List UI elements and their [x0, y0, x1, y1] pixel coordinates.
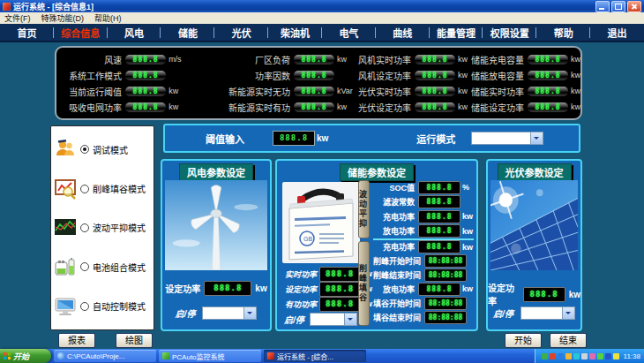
- led-input[interactable]: 888.8: [418, 224, 461, 238]
- led-display: 888.8: [294, 102, 334, 112]
- time-led-input[interactable]: 88:88:88: [424, 254, 467, 268]
- metric-label: 有功功率: [280, 299, 319, 310]
- metric-label: 储能设定功率: [471, 101, 528, 114]
- nav-help[interactable]: 帮助: [536, 26, 590, 40]
- tray-icon[interactable]: [542, 353, 548, 359]
- metric-label: 充电功率: [373, 211, 418, 223]
- menu-file[interactable]: 文件(F): [4, 12, 31, 24]
- metric-label: 风机设定功率: [358, 69, 415, 82]
- tray-icon[interactable]: [605, 353, 611, 359]
- solar-panel-image: [490, 180, 578, 270]
- start-label: 开始: [13, 351, 29, 362]
- metric-unit: kw: [455, 87, 471, 95]
- app-icon: [3, 3, 11, 11]
- mode-option-smoothing[interactable]: 波动平抑模式: [54, 216, 151, 239]
- storage-left-readouts: 实时功率888.8kw 设定功率888.8kw 有功功率888.8kw: [280, 267, 370, 312]
- wind-setpoint-input[interactable]: 888.8: [204, 281, 251, 296]
- pv-switch-select[interactable]: [520, 306, 575, 320]
- start-run-button[interactable]: 开始: [505, 333, 542, 348]
- pv-params-panel: 光伏参数设定 设定功率: [486, 159, 582, 331]
- metric-unit: kVar: [334, 87, 358, 95]
- taskbar-item-explorer[interactable]: C:\PCAuto\Proje...: [54, 350, 156, 362]
- pv-setpoint-input[interactable]: 888.8: [523, 287, 565, 302]
- storage-panel-title: 储能参数设定: [340, 163, 414, 181]
- run-mode-select[interactable]: [471, 132, 543, 145]
- battery-icon: [54, 255, 77, 278]
- mode-option-battery-combo[interactable]: 电池组合模式: [54, 255, 151, 278]
- led-input[interactable]: 888.8: [418, 195, 461, 208]
- wind-params-panel: 风电参数设定 设定功率 888.8 kw 启/停: [161, 159, 272, 331]
- metric-label: 厂区负荷: [190, 53, 294, 66]
- close-button[interactable]: [627, 1, 641, 12]
- led-display: 888.8: [125, 71, 166, 80]
- nav-diesel[interactable]: 柴油机: [268, 26, 322, 40]
- metric-label: 充电功率: [373, 241, 418, 253]
- threshold-input[interactable]: 888.8: [273, 131, 315, 146]
- tray-icon[interactable]: [550, 353, 556, 359]
- stock-chart-icon: [54, 216, 77, 239]
- taskbar-clock: 11:38: [624, 352, 640, 360]
- nav-home[interactable]: 首页: [0, 26, 54, 40]
- tray-icon[interactable]: [597, 353, 603, 359]
- radio-unselected[interactable]: [80, 223, 89, 232]
- tray-icon[interactable]: [565, 353, 572, 359]
- led-display: 888.8: [415, 87, 455, 96]
- minimize-button[interactable]: [595, 1, 610, 12]
- smoothing-section-tab: 波动平抑: [358, 180, 370, 238]
- nav-electric[interactable]: 电气: [322, 26, 376, 40]
- metric-label: 系统工作模式: [60, 69, 125, 82]
- taskbar-item-pcauto[interactable]: PCAuto监控系统: [159, 350, 261, 362]
- mode-option-peak-shaving[interactable]: 削峰填谷模式: [54, 178, 151, 200]
- radio-unselected[interactable]: [80, 302, 89, 311]
- time-led-input[interactable]: 88:88:88: [424, 311, 467, 324]
- led-input[interactable]: 888.8: [418, 240, 461, 253]
- metric-label: 填谷结束时间: [373, 312, 424, 323]
- nav-permissions[interactable]: 权限设置: [483, 26, 536, 40]
- mode-option-auto-control[interactable]: 自动控制模式: [54, 295, 151, 318]
- tray-icon[interactable]: [558, 353, 564, 359]
- time-led-input[interactable]: 88:88:88: [424, 268, 467, 282]
- mode-option-debug[interactable]: 调试模式: [54, 138, 151, 161]
- led-input[interactable]: 888.8: [418, 181, 461, 194]
- led-input[interactable]: 888.8: [418, 283, 461, 296]
- nav-energy-mgmt[interactable]: 能量管理: [430, 26, 483, 40]
- window-title: 运行系统 - [综合信息1]: [13, 1, 94, 12]
- tray-icon[interactable]: [613, 353, 619, 359]
- draw-button[interactable]: 绘图: [116, 333, 153, 348]
- storage-switch-select[interactable]: [310, 313, 357, 326]
- report-button[interactable]: 报表: [58, 333, 95, 348]
- metric-label: 风速: [60, 53, 125, 66]
- storage-setpoint-input[interactable]: 888.8: [319, 282, 360, 297]
- end-run-button[interactable]: 结束: [550, 333, 587, 348]
- metric-unit: kw: [461, 284, 474, 293]
- setpoint-unit: kw: [569, 290, 580, 299]
- start-menu-button[interactable]: 开始: [0, 349, 51, 363]
- taskbar-item-runtime[interactable]: 运行系统 - [综合...: [264, 350, 366, 362]
- led-input[interactable]: 888.8: [418, 210, 461, 223]
- metric-label: 储能放电容量: [471, 69, 528, 82]
- nav-storage[interactable]: 储能: [161, 26, 214, 40]
- menu-help[interactable]: 帮助(H): [94, 12, 122, 24]
- time-led-input[interactable]: 88:88:88: [424, 297, 467, 310]
- peak-shaving-section-tab: 削峰填谷: [358, 241, 370, 326]
- wind-switch-select[interactable]: [202, 306, 257, 320]
- radio-unselected[interactable]: [80, 262, 89, 271]
- nav-exit[interactable]: 退出: [590, 26, 644, 40]
- metric-label: 功率因数: [190, 69, 294, 82]
- nav-wind[interactable]: 风电: [108, 26, 161, 40]
- maximize-button[interactable]: [611, 1, 625, 12]
- mode-label: 削峰填谷模式: [93, 182, 146, 195]
- radio-selected[interactable]: [80, 145, 89, 154]
- tray-icon[interactable]: [589, 353, 595, 359]
- nav-overview[interactable]: 综合信息: [54, 26, 108, 40]
- led-display: 888.8: [528, 71, 568, 80]
- nav-curves[interactable]: 曲线: [376, 26, 430, 40]
- led-display: 888.8: [125, 55, 166, 64]
- tray-icon[interactable]: [573, 353, 580, 359]
- tray-icon[interactable]: [581, 353, 588, 359]
- users-icon: [54, 138, 77, 161]
- radio-unselected[interactable]: [80, 185, 89, 193]
- metric-unit: kw: [455, 71, 471, 79]
- nav-pv[interactable]: 光伏: [214, 26, 268, 40]
- menu-special[interactable]: 特殊功能(D): [41, 12, 85, 24]
